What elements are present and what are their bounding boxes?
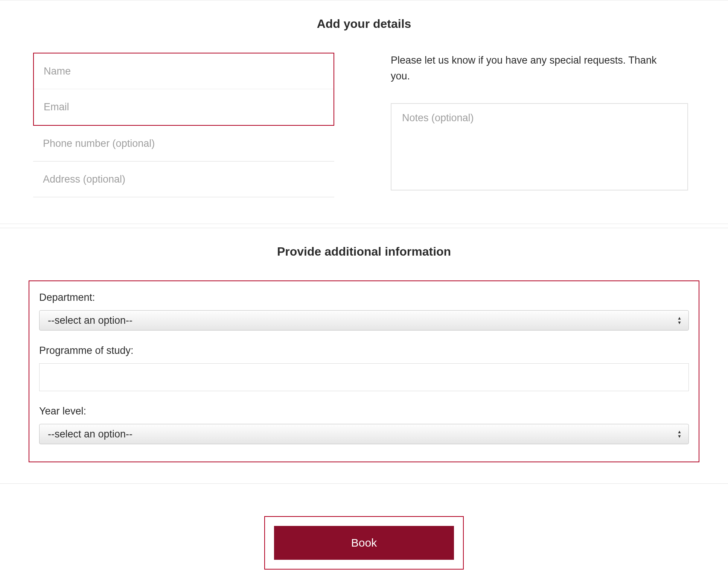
- year-select[interactable]: --select an option-- ▲▼: [39, 424, 689, 444]
- year-label: Year level:: [39, 405, 689, 417]
- department-select-value: --select an option--: [48, 315, 133, 326]
- book-button[interactable]: Book: [274, 526, 454, 560]
- email-input[interactable]: [44, 101, 324, 113]
- programme-input[interactable]: [39, 363, 689, 391]
- details-section: Add your details P: [0, 0, 728, 224]
- year-select-value: --select an option--: [48, 428, 133, 440]
- department-block: Department: --select an option-- ▲▼: [39, 292, 689, 331]
- required-fields-box: [33, 53, 334, 126]
- address-field-row: [33, 161, 334, 197]
- select-arrows-icon: ▲▼: [677, 316, 682, 325]
- programme-block: Programme of study:: [39, 345, 689, 391]
- notes-intro-text: Please let us know if you have any speci…: [391, 53, 677, 84]
- book-button-frame: Book: [264, 516, 464, 570]
- phone-field-row: [33, 126, 334, 161]
- additional-fields-box: Department: --select an option-- ▲▼ Prog…: [29, 280, 699, 462]
- department-label: Department:: [39, 292, 689, 303]
- department-select[interactable]: --select an option-- ▲▼: [39, 310, 689, 331]
- programme-label: Programme of study:: [39, 345, 689, 357]
- notes-textarea[interactable]: [391, 103, 688, 190]
- name-field-row: [34, 53, 334, 89]
- select-arrows-icon: ▲▼: [677, 430, 682, 438]
- email-field-row: [34, 89, 334, 125]
- year-block: Year level: --select an option-- ▲▼: [39, 405, 689, 444]
- additional-section: Provide additional information Departmen…: [0, 228, 728, 484]
- additional-heading: Provide additional information: [0, 245, 728, 259]
- name-input[interactable]: [44, 66, 324, 77]
- address-input[interactable]: [43, 174, 324, 185]
- phone-input[interactable]: [43, 138, 324, 149]
- details-heading: Add your details: [0, 17, 728, 31]
